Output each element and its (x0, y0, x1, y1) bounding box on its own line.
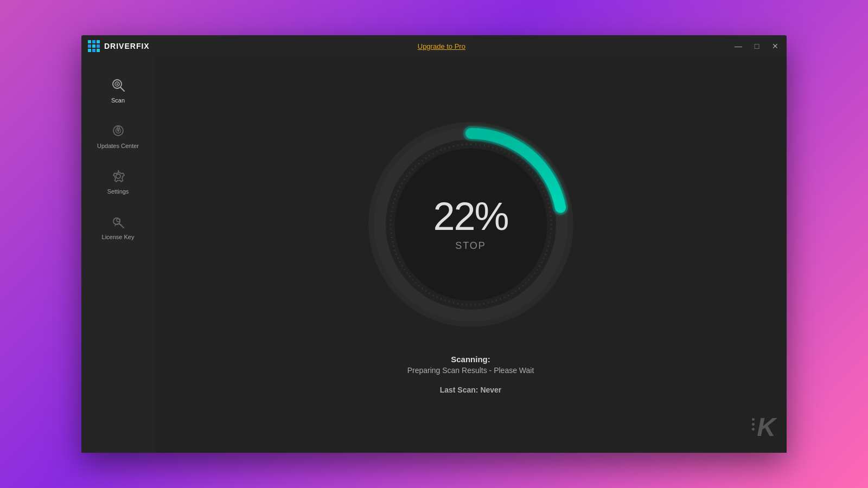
maximize-button[interactable]: □ (752, 41, 762, 51)
sidebar-scan-label: Scan (111, 97, 125, 104)
sidebar-item-license[interactable]: License Key (81, 204, 155, 250)
scanning-status: Scanning: Preparing Scan Results - Pleas… (407, 355, 534, 375)
updates-icon (111, 123, 126, 138)
content-area: 22% STOP Scanning: Preparing Scan Result… (155, 57, 787, 453)
sidebar-settings-label: Settings (107, 188, 129, 195)
sidebar-license-label: License Key (102, 234, 135, 240)
svg-point-6 (117, 130, 119, 132)
app-title: DRIVERFIX (104, 42, 150, 50)
k-letter: K (757, 412, 776, 442)
upgrade-link[interactable]: Upgrade to Pro (418, 42, 465, 50)
scan-progress-circle: 22% STOP (362, 116, 579, 333)
last-scan-label: Last Scan: Never (440, 386, 502, 394)
sidebar-item-scan[interactable]: Scan (81, 68, 155, 113)
k-watermark: K (752, 412, 776, 442)
settings-icon (111, 169, 126, 184)
title-bar-center: Upgrade to Pro (150, 42, 733, 50)
app-logo (88, 40, 100, 52)
svg-line-2 (120, 87, 124, 91)
svg-point-3 (116, 84, 118, 85)
app-window: DRIVERFIX Upgrade to Pro — □ ✕ (81, 35, 787, 453)
k-dots (752, 418, 755, 431)
main-area: Scan Updates Center (81, 57, 787, 453)
license-icon (111, 214, 126, 229)
close-button[interactable]: ✕ (770, 41, 780, 51)
scan-icon (111, 78, 126, 93)
scanning-subtitle: Preparing Scan Results - Please Wait (407, 366, 534, 375)
stop-button[interactable]: STOP (455, 240, 486, 252)
title-bar-right: — □ ✕ (733, 41, 780, 51)
sidebar-item-updates[interactable]: Updates Center (81, 113, 155, 159)
minimize-button[interactable]: — (733, 41, 743, 51)
progress-percent: 22% (433, 197, 508, 236)
title-bar-left: DRIVERFIX (88, 40, 150, 52)
sidebar: Scan Updates Center (81, 57, 155, 453)
circle-center: 22% STOP (433, 197, 508, 252)
title-bar: DRIVERFIX Upgrade to Pro — □ ✕ (81, 35, 787, 57)
svg-point-7 (116, 174, 120, 178)
scanning-title: Scanning: (407, 355, 534, 364)
sidebar-updates-label: Updates Center (97, 143, 139, 149)
sidebar-item-settings[interactable]: Settings (81, 159, 155, 204)
